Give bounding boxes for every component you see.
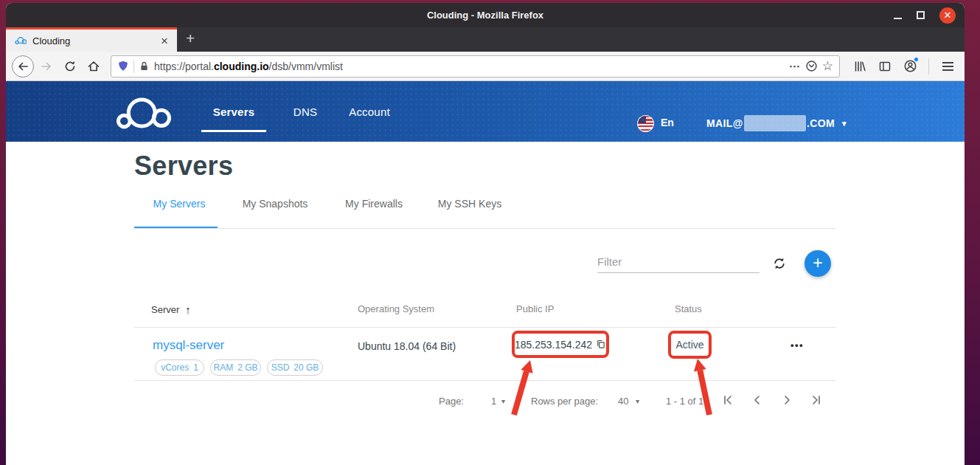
add-server-button[interactable]: + — [804, 250, 831, 277]
desktop-background: Clouding - Mozilla Firefox ✕ Clouding × … — [0, 0, 980, 465]
url-text: https://portal.clouding.io/dsb/vmm/vmlis… — [154, 61, 785, 72]
home-button[interactable] — [83, 55, 105, 78]
column-header-os: Operating System — [358, 303, 434, 314]
new-tab-button[interactable]: + — [177, 27, 204, 52]
sort-ascending-icon: ↑ — [185, 303, 191, 316]
us-flag-icon[interactable] — [637, 115, 654, 132]
reload-icon — [63, 60, 77, 73]
os-cell: Ubuntu 18.04 (64 Bit) — [358, 340, 456, 352]
firefox-window: Clouding - Mozilla Firefox ✕ Clouding × … — [6, 3, 965, 465]
server-name-link[interactable]: mysql-server — [153, 338, 224, 353]
last-page-icon — [810, 393, 823, 407]
tab-my-snapshots[interactable]: My Snapshots — [243, 198, 308, 214]
minimize-icon[interactable] — [894, 18, 902, 19]
language-selector[interactable]: En — [661, 117, 674, 128]
tabs-divider — [134, 228, 836, 229]
tracking-protection-shield-icon — [117, 61, 129, 72]
url-bar[interactable]: https://portal.clouding.io/dsb/vmm/vmlis… — [111, 55, 840, 78]
column-header-server[interactable]: Server ↑ — [151, 303, 191, 316]
forward-button[interactable] — [35, 55, 58, 78]
column-header-ip: Public IP — [516, 303, 554, 314]
clouding-logo-icon — [117, 96, 171, 130]
row-actions-menu-icon[interactable]: ••• — [790, 340, 804, 351]
rows-per-page-label: Rows per page: — [531, 396, 598, 407]
tab-my-servers[interactable]: My Servers — [153, 198, 206, 214]
page-actions-icon[interactable]: ⋯ — [789, 60, 801, 73]
chevron-right-icon — [780, 393, 793, 407]
sidebar-icon — [878, 60, 892, 73]
previous-page-button[interactable] — [750, 393, 765, 407]
servers-page: Servers My Servers My Snapshots My Firew… — [6, 142, 965, 465]
status-badge: Active — [675, 339, 703, 351]
copy-icon[interactable] — [596, 339, 606, 350]
first-page-button[interactable] — [720, 393, 735, 407]
window-titlebar[interactable]: Clouding - Mozilla Firefox ✕ — [6, 3, 965, 27]
rows-per-page-select[interactable]: 40 — [618, 396, 628, 407]
email-prefix: MAIL@ — [706, 117, 743, 129]
home-icon — [87, 60, 100, 73]
browser-tabstrip: Clouding × + — [6, 27, 965, 52]
last-page-button[interactable] — [809, 393, 824, 407]
window-controls: ✕ — [894, 3, 956, 27]
maximize-icon[interactable] — [917, 11, 925, 19]
toolbar-right-icons — [849, 55, 959, 78]
public-ip-annotation-box: 185.253.154.242 — [512, 331, 609, 358]
email-suffix: .COM — [807, 117, 835, 129]
account-button[interactable] — [899, 55, 921, 78]
account-menu[interactable]: MAIL@ .COM ▾ — [706, 115, 847, 131]
https-lock-icon — [139, 61, 150, 72]
refresh-button[interactable] — [771, 255, 788, 272]
page-number-select[interactable]: 1 — [491, 396, 496, 407]
chip-ram: RAM2 GB — [210, 359, 261, 376]
header-divider — [134, 327, 836, 328]
row-divider — [134, 380, 836, 381]
pocket-icon[interactable] — [805, 60, 818, 72]
close-icon[interactable]: ✕ — [939, 7, 956, 24]
email-redacted-blur — [744, 115, 806, 131]
tab-close-icon[interactable]: × — [158, 35, 171, 47]
toolbar-divider — [928, 58, 929, 75]
page-title: Servers — [134, 151, 233, 182]
chevron-left-icon — [751, 393, 764, 407]
chip-ssd: SSD20 GB — [267, 359, 323, 376]
page-caret-icon[interactable]: ▾ — [501, 397, 505, 405]
reload-button[interactable] — [59, 55, 81, 78]
urlbar-separator — [133, 60, 134, 73]
bookmark-star-icon[interactable]: ☆ — [822, 58, 833, 74]
status-annotation-box: Active — [668, 331, 712, 359]
column-header-status: Status — [675, 303, 702, 314]
library-icon — [853, 60, 866, 73]
back-arrow-icon — [16, 60, 29, 73]
site-navbar: Servers DNS Account En MAIL@ .COM ▾ — [6, 81, 965, 142]
refresh-icon — [772, 256, 787, 271]
sidebar-button[interactable] — [874, 55, 896, 78]
tab-title: Clouding — [32, 35, 152, 46]
chevron-down-icon: ▾ — [842, 119, 847, 128]
library-button[interactable] — [849, 55, 871, 78]
menu-button[interactable] — [936, 55, 959, 78]
account-notification-dot — [914, 57, 919, 62]
rows-caret-icon[interactable]: ▾ — [636, 397, 639, 405]
window-title: Clouding - Mozilla Firefox — [6, 3, 965, 27]
forward-arrow-icon — [40, 60, 53, 73]
back-button[interactable] — [12, 55, 34, 78]
tab-my-firewalls[interactable]: My Firewalls — [345, 198, 403, 214]
nav-link-servers[interactable]: Servers — [201, 81, 266, 142]
pagination-range: 1 - 1 of 1 — [666, 396, 703, 407]
browser-tab-clouding[interactable]: Clouding × — [6, 27, 177, 52]
first-page-icon — [721, 393, 734, 407]
hamburger-icon — [942, 62, 953, 71]
nav-link-dns[interactable]: DNS — [280, 81, 330, 142]
browser-toolbar: https://portal.clouding.io/dsb/vmm/vmlis… — [6, 52, 965, 81]
public-ip-value: 185.253.154.242 — [515, 339, 592, 351]
plus-icon: + — [813, 253, 822, 273]
chip-vcores: vCores1 — [155, 359, 204, 376]
tab-my-ssh-keys[interactable]: My SSH Keys — [438, 198, 501, 214]
next-page-button[interactable] — [779, 393, 794, 407]
clouding-favicon-icon — [15, 35, 27, 46]
page-label: Page: — [439, 396, 464, 407]
filter-input[interactable] — [597, 250, 760, 273]
nav-link-account[interactable]: Account — [336, 81, 403, 142]
